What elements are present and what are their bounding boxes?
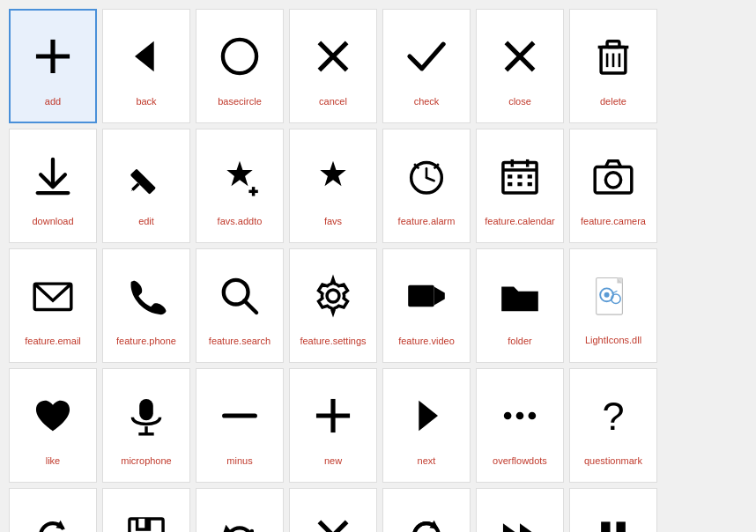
svg-rect-29 [508, 174, 512, 178]
icon-cell-back[interactable]: back [102, 9, 190, 123]
delete-label: delete [597, 96, 630, 107]
basecircle-icon [217, 26, 263, 87]
svg-line-22 [426, 178, 434, 181]
next-icon [404, 385, 449, 447]
icon-cell-check[interactable]: check [382, 9, 471, 123]
close-icon [497, 26, 543, 87]
transport-ff-icon [497, 505, 543, 532]
svg-point-47 [604, 292, 610, 298]
minus-icon [217, 385, 263, 447]
icon-cell-favs[interactable]: favs [289, 129, 377, 243]
icon-cell-add[interactable]: add [9, 9, 97, 123]
add-label: add [41, 96, 64, 107]
icon-cell-feature-alarm[interactable]: feature.alarm [382, 129, 471, 243]
icon-cell-folder[interactable]: folder [476, 248, 564, 363]
svg-point-57 [504, 412, 512, 420]
icon-cell-feature-search[interactable]: feature.search [196, 248, 284, 363]
questionmark-label: questionmark [581, 455, 646, 466]
icon-cell-feature-phone[interactable]: feature.phone [102, 248, 190, 363]
icon-cell-feature-settings[interactable]: feature.settings [289, 248, 377, 363]
icon-cell-transport-ff[interactable]: transport.ff [476, 488, 564, 532]
svg-marker-42 [434, 287, 445, 306]
icon-cell-lighticons-dll[interactable]: LightIcons.dll [569, 248, 657, 363]
refresh-icon [30, 505, 76, 532]
feature-email-label: feature.email [21, 336, 85, 346]
icon-cell-feature-video[interactable]: feature.video [382, 248, 471, 363]
questionmark-icon: ? [590, 385, 636, 447]
back-label: back [132, 96, 159, 107]
add-icon [30, 26, 76, 87]
overflowdots-label: overflowdots [489, 455, 551, 466]
check-icon [404, 26, 449, 87]
svg-point-36 [605, 173, 620, 188]
svg-rect-74 [601, 521, 610, 532]
feature-settings-label: feature.settings [296, 336, 369, 346]
icon-cell-refresh[interactable]: refresh [9, 488, 97, 532]
icon-cell-edit[interactable]: edit [102, 129, 190, 243]
icon-cell-new[interactable]: new [289, 368, 377, 483]
icon-cell-share[interactable]: share [196, 488, 284, 532]
icon-cell-like[interactable]: like [9, 368, 97, 483]
icon-cell-feature-calendar[interactable]: feature.calendar [476, 129, 564, 243]
feature-settings-icon [310, 265, 356, 327]
feature-calendar-icon [497, 145, 543, 207]
icon-cell-transport-pause[interactable]: transport.pause [569, 488, 657, 532]
cancel-label: cancel [315, 96, 351, 107]
edit-icon [123, 145, 169, 207]
icon-cell-sync[interactable]: sync [382, 488, 471, 532]
icon-cell-basecircle[interactable]: basecircle [196, 9, 284, 123]
svg-rect-31 [528, 174, 532, 178]
delete-icon [590, 26, 636, 87]
svg-line-39 [244, 300, 256, 313]
icon-cell-stop[interactable]: stop [289, 488, 377, 532]
icon-cell-close[interactable]: close [476, 9, 564, 123]
svg-rect-30 [517, 174, 522, 178]
icon-cell-feature-camera[interactable]: feature.camera [569, 129, 657, 243]
cancel-icon [310, 26, 356, 87]
overflowdots-icon [497, 385, 543, 447]
svg-point-58 [516, 412, 524, 420]
icon-cell-delete[interactable]: delete [569, 9, 657, 123]
svg-rect-75 [616, 521, 625, 532]
like-icon [30, 385, 76, 447]
feature-alarm-label: feature.alarm [395, 216, 459, 226]
new-icon [310, 385, 356, 447]
feature-search-label: feature.search [205, 336, 274, 346]
basecircle-label: basecircle [214, 96, 265, 107]
feature-video-label: feature.video [395, 336, 458, 346]
svg-rect-65 [138, 519, 145, 528]
icon-cell-save[interactable]: save [102, 488, 190, 532]
feature-phone-icon [123, 265, 169, 327]
svg-marker-2 [135, 41, 154, 72]
icon-cell-download[interactable]: download [9, 129, 97, 243]
icon-cell-questionmark[interactable]: ?questionmark [569, 368, 657, 483]
edit-label: edit [135, 216, 158, 226]
share-icon [217, 505, 263, 532]
download-label: download [28, 216, 77, 226]
svg-point-40 [327, 290, 339, 302]
icon-cell-microphone[interactable]: microphone [102, 368, 190, 483]
icon-cell-favs-addto[interactable]: favs.addto [196, 129, 284, 243]
minus-label: minus [223, 455, 256, 466]
like-label: like [42, 455, 64, 466]
icon-cell-feature-email[interactable]: feature.email [9, 248, 97, 363]
favs-label: favs [321, 216, 345, 226]
icon-cell-cancel[interactable]: cancel [289, 9, 377, 123]
next-label: next [414, 455, 440, 466]
icon-cell-next[interactable]: next [382, 368, 471, 483]
icon-cell-overflowdots[interactable]: overflowdots [476, 368, 564, 483]
svg-rect-16 [130, 168, 156, 194]
svg-text:?: ? [602, 394, 624, 439]
svg-rect-50 [139, 399, 153, 420]
svg-point-3 [223, 40, 256, 73]
svg-marker-73 [520, 523, 537, 532]
svg-rect-10 [607, 41, 619, 48]
icon-cell-minus[interactable]: minus [196, 368, 284, 483]
feature-video-icon [404, 265, 449, 327]
svg-rect-41 [408, 285, 434, 307]
new-label: new [321, 455, 345, 466]
svg-marker-72 [503, 523, 520, 532]
folder-label: folder [504, 336, 536, 346]
folder-icon [497, 265, 543, 327]
transport-pause-icon [590, 505, 636, 532]
